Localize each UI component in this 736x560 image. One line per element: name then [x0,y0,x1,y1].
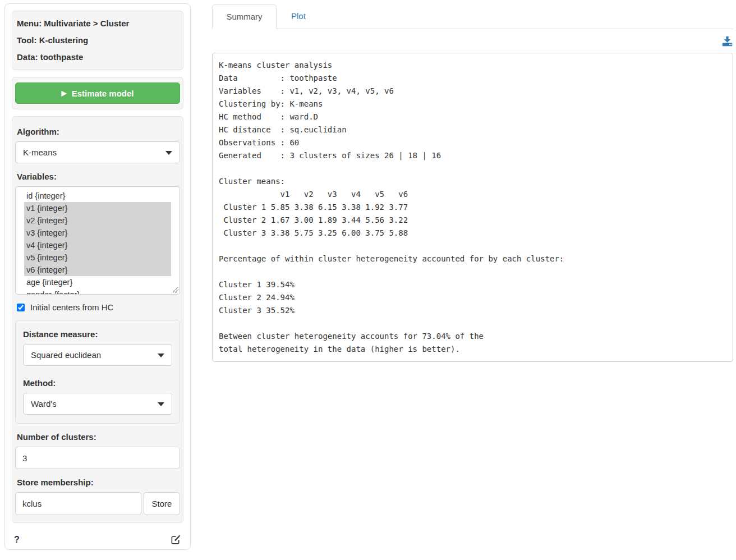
chevron-down-icon [165,151,172,155]
initial-centers-checkbox[interactable] [17,304,25,311]
store-button[interactable]: Store [144,492,180,515]
store-membership-label: Store membership: [17,478,180,487]
variable-option[interactable]: gender {factor} [24,288,171,295]
summary-output: K-means cluster analysis Data : toothpas… [212,53,733,362]
tab-summary[interactable]: Summary [212,4,277,29]
initial-centers-label[interactable]: Initial centers from HC [30,302,113,312]
variable-option[interactable]: age {integer} [24,276,171,288]
help-icon[interactable]: ? [14,535,20,545]
tab-plot[interactable]: Plot [277,4,320,29]
cluster-settings-panel: Algorithm: K-means Variables: id {intege… [12,116,183,523]
sidebar: Menu: Multivariate > Cluster Tool: K-clu… [4,3,191,550]
variable-option[interactable]: v5 {integer} [24,251,171,264]
distance-measure-select[interactable]: Squared euclidean [23,344,172,366]
estimate-panel: ▶ Estimate model [12,77,183,109]
variable-option[interactable]: v1 {integer} [24,202,171,214]
toolbar-row [212,29,733,53]
algorithm-select[interactable]: K-means [15,141,180,163]
chevron-down-icon [158,354,164,357]
algorithm-selected-value: K-means [23,148,57,157]
initial-centers-row: Initial centers from HC [17,302,180,312]
variables-listbox[interactable]: id {integer}v1 {integer}v2 {integer}v3 {… [15,186,180,295]
method-label: Method: [23,378,172,388]
number-of-clusters-input[interactable] [15,447,180,469]
method-selected-value: Ward's [31,399,57,408]
edit-report-icon[interactable] [171,534,181,545]
estimate-model-label: Estimate model [72,89,134,98]
variable-option[interactable]: v3 {integer} [24,227,171,239]
page: Menu: Multivariate > Cluster Tool: K-clu… [0,0,736,550]
estimate-model-button[interactable]: ▶ Estimate model [15,82,180,104]
model-info-panel: Menu: Multivariate > Cluster Tool: K-clu… [12,11,183,70]
play-icon: ▶ [61,90,66,97]
variables-label: Variables: [17,172,180,181]
data-label: Data: toothpaste [17,52,178,62]
variable-option[interactable]: v6 {integer} [24,264,171,276]
chevron-down-icon [158,402,164,406]
distance-selected-value: Squared euclidean [31,350,101,360]
hc-options-panel: Distance measure: Squared euclidean Meth… [15,320,180,424]
store-row: Store [15,492,180,515]
method-select[interactable]: Ward's [23,393,172,415]
download-icon[interactable] [722,36,733,47]
variable-option[interactable]: v4 {integer} [24,239,171,251]
number-of-clusters-label: Number of clusters: [17,432,180,442]
resize-handle-icon[interactable] [173,287,178,293]
distance-measure-label: Distance measure: [23,329,172,339]
main-panel: Summary Plot K-means cluster analysis Da… [212,4,733,362]
store-membership-input[interactable] [15,492,141,515]
menu-breadcrumb: Menu: Multivariate > Cluster [17,19,178,28]
variable-option[interactable]: v2 {integer} [24,214,171,227]
algorithm-label: Algorithm: [17,127,180,136]
variable-option[interactable]: id {integer} [24,190,171,202]
tool-label: Tool: K-clustering [17,35,178,45]
sidebar-footer: ? [12,530,183,546]
tab-bar: Summary Plot [212,4,733,29]
